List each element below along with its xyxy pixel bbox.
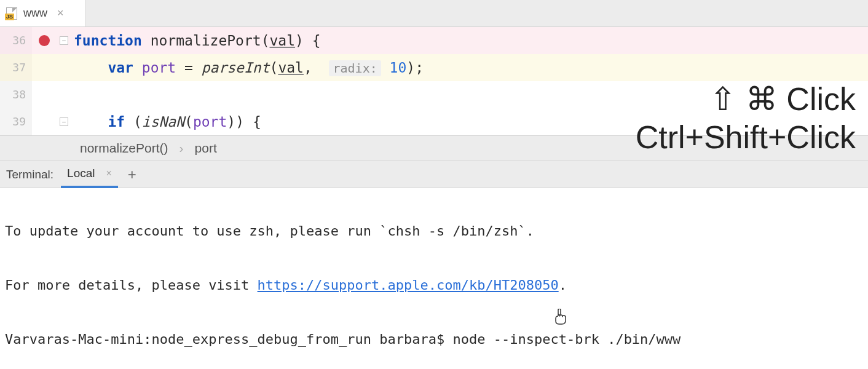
breakpoint-icon[interactable]	[39, 35, 50, 46]
fold-collapse-icon[interactable]: −	[60, 117, 68, 126]
code-line-36[interactable]: 36 − function normalizePort(val) {	[0, 27, 868, 54]
file-tab-label: www	[23, 7, 47, 20]
code-line-38[interactable]: 38	[0, 81, 868, 108]
code-line-39[interactable]: 39 − if (isNaN(port)) {	[0, 108, 868, 135]
chevron-right-icon: ›	[180, 141, 184, 156]
line-number[interactable]: 39	[0, 108, 32, 135]
js-file-icon: JS	[6, 7, 18, 20]
terminal-tab-label: Local	[67, 167, 95, 180]
code-text[interactable]: if (isNaN(port)) {	[71, 108, 261, 135]
plus-icon: +	[128, 166, 136, 183]
code-line-37[interactable]: 37 var port = parseInt(val, radix: 10);	[0, 54, 868, 81]
code-text[interactable]: var port = parseInt(val, radix: 10);	[71, 54, 424, 82]
breadcrumb: normalizePort() › port	[0, 135, 868, 161]
code-text[interactable]: function normalizePort(val) {	[71, 27, 321, 54]
terminal-panel-label: Terminal:	[5, 161, 61, 188]
inline-hint: radix:	[329, 60, 381, 76]
terminal-tab-local[interactable]: Local ×	[61, 161, 118, 188]
terminal-line: For more details, please visit https://s…	[5, 272, 863, 299]
terminal-line: Varvaras-Mac-mini:node_express_debug_fro…	[5, 326, 863, 353]
line-number[interactable]: 36	[0, 27, 32, 54]
close-icon[interactable]: ×	[106, 168, 112, 179]
close-icon[interactable]: ×	[57, 7, 64, 20]
line-number[interactable]: 37	[0, 54, 32, 81]
terminal-output[interactable]: To update your account to use zsh, pleas…	[0, 188, 868, 369]
terminal-link[interactable]: https://support.apple.com/kb/HT208050	[258, 277, 559, 293]
code-editor[interactable]: 36 − function normalizePort(val) { 37 va…	[0, 27, 868, 135]
file-tab-www[interactable]: JS www ×	[0, 0, 86, 26]
breadcrumb-item[interactable]: port	[195, 141, 217, 156]
breakpoint-gutter[interactable]	[32, 35, 57, 46]
line-number[interactable]: 38	[0, 81, 32, 108]
add-terminal-button[interactable]: +	[118, 161, 146, 188]
fold-gutter[interactable]: −	[57, 36, 71, 45]
terminal-tab-bar: Terminal: Local × +	[0, 161, 868, 188]
editor-tab-bar: JS www ×	[0, 0, 868, 27]
terminal-line: To update your account to use zsh, pleas…	[5, 218, 863, 245]
fold-collapse-icon[interactable]: −	[60, 36, 68, 45]
breadcrumb-item[interactable]: normalizePort()	[80, 141, 168, 156]
fold-gutter[interactable]: −	[57, 117, 71, 126]
